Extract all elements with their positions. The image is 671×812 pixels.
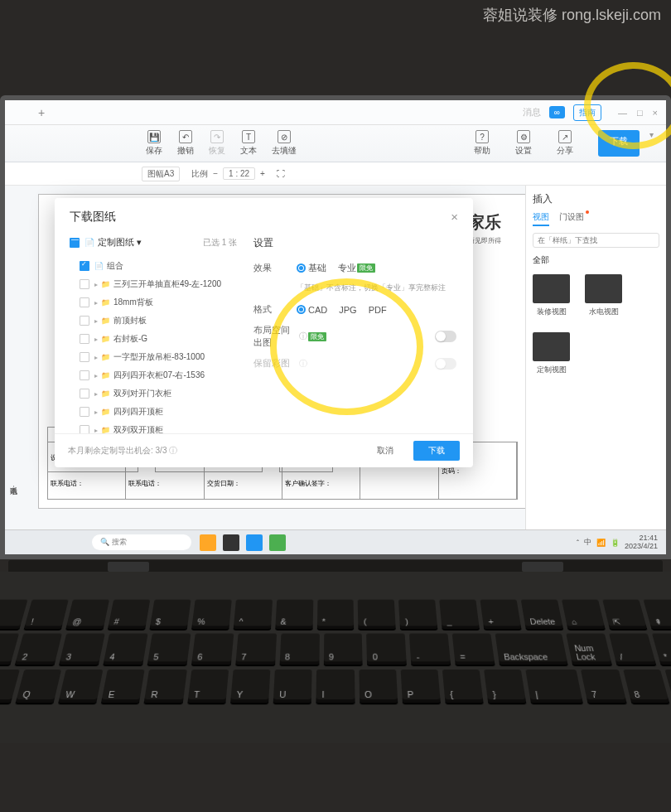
folder-icon: 📁 — [101, 426, 110, 433]
redo-button[interactable]: ↷恢复 — [209, 130, 225, 157]
maximize-button[interactable]: □ — [637, 108, 643, 118]
checkbox[interactable] — [80, 407, 89, 417]
file-icon: 📄 — [84, 238, 94, 247]
checkbox[interactable] — [80, 261, 89, 271]
share-icon: ↗ — [558, 130, 572, 143]
tree-label: 四列四开衣柜07-右-1536 — [113, 370, 205, 381]
info-icon[interactable]: ⓘ — [299, 331, 307, 342]
checkbox[interactable] — [80, 316, 89, 326]
side-all[interactable]: 全部 — [533, 254, 659, 266]
minimize-button[interactable]: — — [618, 108, 627, 118]
radio-pro[interactable]: 专业限免 — [338, 262, 375, 274]
tab-door[interactable]: 门设图 — [559, 211, 584, 226]
tree-item[interactable]: ▸📁四列四开衣柜07-右-1536 — [70, 366, 237, 384]
undo-button[interactable]: ↶撤销 — [177, 130, 194, 157]
sheet-subbar: 图幅A3 比例 − 1 : 22 + ⛶ — [5, 162, 666, 186]
scale-plus[interactable]: + — [260, 169, 265, 178]
dropdown-caret[interactable]: ▾ — [649, 130, 654, 157]
close-button[interactable]: × — [653, 108, 658, 118]
layout-toggle[interactable] — [435, 331, 456, 342]
quota-info-icon[interactable]: ⓘ — [169, 445, 177, 457]
checkbox[interactable] — [80, 370, 89, 380]
tree-label: 双列双开顶柜 — [113, 424, 163, 433]
help-button[interactable]: ?帮助 — [474, 130, 490, 157]
gear-icon: ⚙ — [517, 130, 530, 143]
taskbar-app-3[interactable] — [246, 534, 263, 551]
laptop: + 消息 ∞ 指南 — □ × 💾保存 ↶撤销 ↷恢复 T文本 ⊘去填缝 ?帮助 — [0, 95, 671, 559]
folder-icon: 📁 — [101, 353, 110, 361]
checkbox[interactable] — [80, 297, 89, 307]
tree-item[interactable]: ▸📁四列四开顶柜 — [70, 403, 237, 421]
chevron-right-icon: ▸ — [94, 299, 98, 307]
side-search-input[interactable] — [533, 233, 659, 248]
new-tab-button[interactable]: + — [38, 106, 45, 119]
tree-panel: 📄 定制图纸 ▾ 已选 1 张 📄组合▸📁三列三开单抽直柜49-左-1200▸📁… — [55, 231, 245, 433]
battery-icon[interactable]: 🔋 — [611, 539, 620, 547]
folder-icon: 📁 — [101, 389, 110, 398]
share-button[interactable]: ↗分享 — [557, 130, 573, 157]
modal-title: 下载图纸 — [70, 210, 116, 225]
radio-cad[interactable]: CAD — [297, 305, 327, 315]
side-header: 插入 — [533, 192, 659, 206]
fillet-button[interactable]: ⊘去填缝 — [272, 130, 297, 157]
cloud-badge[interactable]: ∞ — [549, 106, 565, 118]
radio-jpg[interactable]: JPG — [339, 305, 356, 315]
settings-panel: 设置 效果 基础 专业限免 「基础」不含标注，切换「专业」享完整标注 格式 CA… — [245, 231, 473, 433]
expand-icon[interactable]: ⛶ — [277, 169, 285, 178]
taskbar-search[interactable]: 🔍 搜索 — [92, 534, 191, 550]
thumb-decoration[interactable]: 装修视图 — [533, 274, 570, 317]
tree-item[interactable]: ▸📁一字型开放吊柜-83-1000 — [70, 348, 237, 366]
download-modal: 下载图纸 × 📄 定制图纸 ▾ 已选 1 张 📄组合▸📁三列三开单抽直柜49-左… — [55, 198, 473, 467]
checkbox[interactable] — [80, 334, 89, 344]
wifi-icon[interactable]: 📶 — [596, 539, 606, 547]
checkbox[interactable] — [80, 352, 89, 362]
ime-indicator[interactable]: 中 — [584, 537, 591, 548]
text-button[interactable]: T文本 — [240, 130, 257, 157]
color-label: 保留彩图 — [253, 357, 297, 370]
folder-icon: 📁 — [101, 317, 110, 325]
chevron-right-icon: ▸ — [94, 390, 98, 398]
tree-item[interactable]: 📄组合 — [70, 257, 237, 275]
tree-item[interactable]: ▸📁三列三开单抽直柜49-左-1200 — [70, 275, 237, 293]
radio-basic[interactable]: 基础 — [297, 262, 326, 274]
cancel-button[interactable]: 取消 — [365, 441, 405, 461]
radio-pdf[interactable]: PDF — [369, 305, 387, 315]
tab-view[interactable]: 视图 — [533, 211, 549, 226]
thumb-water-elec[interactable]: 水电视图 — [585, 274, 622, 317]
format-label: 格式 — [253, 303, 297, 316]
scale-value[interactable]: 1 : 22 — [223, 167, 255, 180]
taskbar-clock[interactable]: 21:41 2023/4/21 — [625, 534, 658, 551]
root-checkbox[interactable] — [70, 238, 80, 248]
tray-icon[interactable]: ˆ — [577, 539, 579, 547]
browser-bar: + 消息 ∞ 指南 — □ × — [5, 100, 666, 125]
tree-item[interactable]: ▸📁右封板-G — [70, 330, 237, 348]
tree-item[interactable]: ▸📁双列对开门衣柜 — [70, 384, 237, 403]
tree-label: 三列三开单抽直柜49-左-1200 — [113, 278, 221, 290]
checkbox[interactable] — [80, 389, 89, 399]
folder-icon: 📁 — [101, 371, 110, 379]
keyboard: ~!@#$%^&*()_+Delete⌂⇱⇞ 1234567890-=Backs… — [0, 572, 671, 743]
thumb-custom[interactable]: 定制视图 — [533, 332, 570, 375]
tree-item[interactable]: ▸📁前顶封板 — [70, 312, 237, 330]
taskbar-app-2[interactable] — [223, 534, 239, 551]
scale-label: 比例 — [191, 168, 208, 180]
guide-badge[interactable]: 指南 — [573, 104, 601, 121]
sheet-select[interactable]: 图幅A3 — [142, 167, 180, 181]
settings-button[interactable]: ⚙设置 — [515, 130, 532, 157]
taskbar-app-4[interactable] — [269, 534, 286, 551]
chevron-right-icon: ▸ — [94, 408, 98, 416]
modal-close-button[interactable]: × — [451, 210, 458, 225]
save-button[interactable]: 💾保存 — [146, 130, 162, 157]
taskbar-app-1[interactable] — [200, 534, 216, 551]
side-panel: 插入 视图 门设图 全部 装修视图 水电视图 定制视图 — [525, 186, 666, 554]
tree-item[interactable]: ▸📁双列双开顶柜 — [70, 421, 237, 433]
effect-hint: 「基础」不含标注，切换「专业」享完整标注 — [253, 283, 456, 293]
tree-root[interactable]: 📄 定制图纸 ▾ 已选 1 张 — [70, 236, 237, 249]
scale-minus[interactable]: − — [213, 169, 218, 178]
checkbox[interactable] — [80, 425, 89, 433]
download-button[interactable]: 下载 — [598, 130, 640, 157]
checkbox[interactable] — [80, 279, 89, 289]
quota-text: 本月剩余定制导出机会: 3/3 — [68, 445, 167, 457]
download-confirm-button[interactable]: 下载 — [413, 441, 460, 461]
tree-item[interactable]: ▸📁18mm背板 — [70, 293, 237, 312]
